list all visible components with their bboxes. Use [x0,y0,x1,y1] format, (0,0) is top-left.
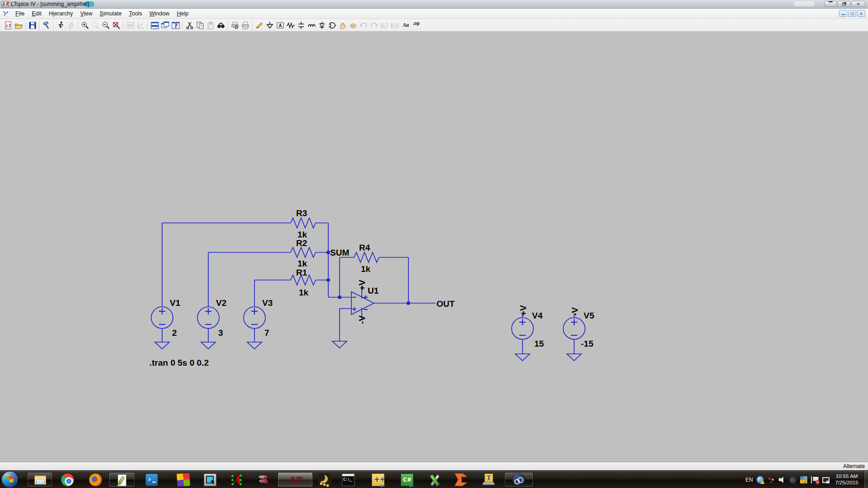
taskbar-chrome-icon[interactable] [55,472,80,487]
opamp-u1[interactable]: U1 +V -V [351,280,379,324]
taskbar-clock[interactable]: 10:55 AM 7/25/2015 [832,473,862,486]
taskbar-reda-icon[interactable] [252,472,274,487]
tile-horizontal-icon[interactable] [150,21,159,30]
open-icon[interactable] [14,21,23,30]
svg-text:-15: -15 [581,339,594,348]
menu-simulate[interactable]: Simulate [96,9,125,19]
spice-directive-icon[interactable]: .op [411,21,420,30]
show-desktop-button[interactable] [863,471,868,488]
taskbar-explorer-icon[interactable] [27,472,53,487]
ground-symbols[interactable] [155,341,581,361]
print-icon[interactable] [241,21,250,30]
close-button[interactable]: ✕ [851,1,865,7]
menu-view[interactable]: View [77,9,96,19]
spice-directive-text[interactable]: .tran 0 5s 0 0.2 [149,358,209,367]
text-tool-icon[interactable]: Aa [401,21,410,30]
toolbar-separator [78,21,79,30]
taskbar-firefox-icon[interactable] [83,472,108,487]
taskbar-npp-icon[interactable] [109,472,135,487]
taskbar-steam-icon[interactable] [504,472,533,487]
taskbar-colorwin-icon[interactable] [172,472,195,487]
voltage-source-v5[interactable]: V5 -15 -V [563,307,595,348]
taskbar-cpp-icon[interactable] [367,472,389,487]
net-label-icon[interactable] [276,21,285,30]
zoom-fit-icon[interactable] [112,21,121,30]
schematic-window-icon[interactable] [2,10,9,17]
component-icon[interactable] [328,21,337,30]
child-minimize-button[interactable] [839,10,847,17]
resistor-r2[interactable]: R2 1k [291,238,316,268]
colorwin-app-icon [177,473,190,487]
zoom-in-icon[interactable] [81,21,90,30]
ground-icon[interactable] [265,21,274,30]
chrome-app-icon [61,474,74,486]
language-indicator[interactable]: EN [745,476,753,483]
net-label-sum[interactable]: SUM [330,248,349,257]
svg-text:1k: 1k [361,264,371,274]
taskbar-tools-icon[interactable] [423,472,446,487]
save-icon[interactable] [28,21,37,30]
print-preview-icon[interactable] [230,21,240,30]
menu-window[interactable]: Window [146,9,173,19]
paste-icon [206,21,215,30]
run-icon[interactable] [56,21,65,30]
menu-tools[interactable]: Tools [125,9,146,19]
svg-text:1k: 1k [297,230,307,239]
inductor-icon[interactable] [307,21,316,30]
steam-tray-icon[interactable] [789,476,796,483]
taskbar-greena-icon[interactable] [225,472,248,487]
draw-wire-icon[interactable] [255,21,264,30]
voltage-source-v2[interactable]: V2 3 [197,298,226,338]
network-status-icon[interactable] [822,476,829,483]
start-button[interactable] [2,472,18,488]
resistor-r1[interactable]: R1 1k [291,268,316,297]
action-center-flag-icon[interactable] [811,476,818,483]
diode-icon[interactable] [317,21,326,30]
new-schematic-icon[interactable] [4,21,13,30]
move-icon[interactable] [338,21,347,30]
network-globe-warning-icon[interactable] [757,476,764,483]
copy-icon[interactable] [196,21,205,30]
device-status-icon[interactable] [767,476,775,483]
svg-text:3: 3 [218,328,223,338]
voltage-source-v3[interactable]: V3 7 [244,298,273,338]
menu-help[interactable]: Help [173,9,192,19]
cascade-windows-icon[interactable] [161,21,170,30]
rotate-icon [380,21,389,30]
taskbar-darkc-icon[interactable] [315,472,335,487]
menu-file[interactable]: File [12,9,28,19]
child-restore-button[interactable] [848,10,856,17]
taskbar-orange-icon[interactable] [450,472,472,487]
taskbar-cmd-icon[interactable] [337,472,359,487]
menu-edit[interactable]: Edit [28,9,45,19]
resistor-r3[interactable]: R3 1k [291,208,316,239]
resistor-r4[interactable]: R4 1k [354,243,379,274]
volume-icon[interactable] [778,476,786,483]
restore-button[interactable] [838,1,850,7]
taskbar-tlap-icon[interactable] [477,472,499,487]
taskbar-lt-icon[interactable] [278,472,313,487]
resistor-icon[interactable] [286,21,295,30]
svg-text:7: 7 [264,328,269,338]
clock-time: 10:55 AM [832,473,862,479]
menu-hierarchy[interactable]: Hierarchy [45,9,77,19]
taskbar-csharp-icon[interactable] [397,472,417,487]
zoom-out-icon[interactable] [101,21,110,30]
cut-icon[interactable] [185,21,194,30]
find-icon[interactable] [216,21,225,30]
control-panel-icon[interactable] [42,21,51,30]
schematic-canvas[interactable]: R3 1k R2 1k R1 1k R4 1k V1 [0,32,868,462]
voltage-source-v4[interactable]: V4 15 +V [512,305,544,348]
taskbar-ps-icon[interactable] [140,472,163,487]
minimize-button[interactable] [824,1,837,7]
drag-icon[interactable] [349,21,358,30]
capacitor-icon[interactable] [297,21,306,30]
windows-update-icon[interactable] [800,476,807,483]
child-close-button[interactable]: × [857,10,865,17]
taskbar-chip-icon[interactable] [199,472,221,487]
svg-text:V2: V2 [216,298,226,308]
tile-vertical-icon[interactable] [171,21,180,30]
voltage-source-v1[interactable]: V1 2 [151,298,181,338]
net-label-out[interactable]: OUT [436,299,455,309]
toolbar-separator [228,21,229,30]
